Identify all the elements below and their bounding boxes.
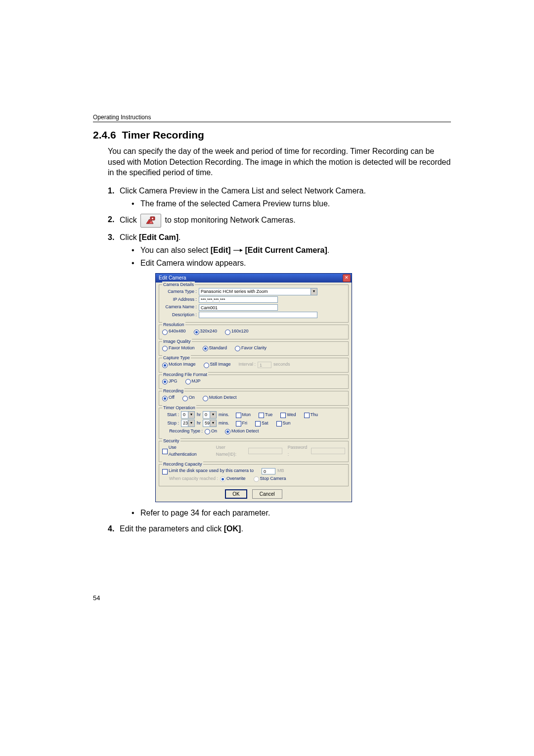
rec-on[interactable]: On bbox=[182, 394, 195, 401]
v: 0 bbox=[205, 412, 207, 419]
interval-input: 1 bbox=[258, 362, 271, 368]
t: [Edit] bbox=[211, 246, 231, 254]
stop-min-select[interactable]: 59▼ bbox=[203, 420, 217, 427]
legend: Recording Capacity bbox=[162, 461, 203, 468]
rec-motion[interactable]: Motion Detect bbox=[203, 394, 237, 401]
t: Refer to page bbox=[140, 509, 190, 517]
stop-hr-select[interactable]: 23▼ bbox=[181, 420, 195, 427]
group-capture-type: Capture Type Motion Image Still Image In… bbox=[159, 358, 349, 373]
res-320[interactable]: 320x240 bbox=[194, 328, 218, 335]
t: MB bbox=[277, 468, 284, 474]
ip-address-input[interactable]: ***.***.***.*** bbox=[199, 296, 278, 303]
limit-checkbox[interactable]: Limit the disk space used by this camera… bbox=[162, 468, 254, 474]
day-tue[interactable]: Tue bbox=[259, 412, 272, 419]
iq-standard[interactable]: Standard bbox=[203, 345, 227, 352]
step-number: 3. bbox=[108, 232, 114, 243]
t: Favor Motion bbox=[169, 345, 195, 352]
limit-input[interactable]: 0 bbox=[262, 468, 275, 474]
day-sat[interactable]: Sat bbox=[255, 420, 268, 427]
t: MJP bbox=[192, 378, 201, 385]
day-wed[interactable]: Wed bbox=[280, 412, 296, 419]
camera-type-select[interactable]: Panasonic HCM series with Zoom▼ bbox=[199, 288, 317, 295]
step-3-post: . bbox=[178, 233, 180, 241]
step-1: 1. Click Camera Preview in the Camera Li… bbox=[108, 185, 451, 210]
group-resolution: Resolution 640x480 320x240 160x120 bbox=[159, 325, 349, 339]
step-2: 2. Click to stop monitoring Network Came… bbox=[108, 214, 451, 228]
step-3-bold: [Edit Cam] bbox=[139, 233, 178, 241]
chevron-down-icon: ▼ bbox=[210, 412, 216, 418]
t: for each parameter. bbox=[199, 509, 270, 517]
page-ref: 34 bbox=[190, 509, 199, 517]
start-min-select[interactable]: 0▼ bbox=[203, 411, 217, 419]
step-2-pre: Click bbox=[120, 216, 137, 224]
rc-overwrite: Overwrite bbox=[220, 475, 246, 482]
chevron-down-icon: ▼ bbox=[188, 420, 194, 426]
lbl: User Name(ID): bbox=[216, 444, 247, 458]
chevron-down-icon: ▼ bbox=[311, 288, 317, 295]
rff-jpg[interactable]: JPG bbox=[162, 378, 178, 385]
day-mon[interactable]: Mon bbox=[236, 412, 251, 419]
day-thu[interactable]: Thu bbox=[304, 412, 318, 419]
arrow-icon bbox=[233, 244, 243, 256]
camera-name-input[interactable]: Cam001 bbox=[199, 304, 278, 311]
t: Wed bbox=[287, 412, 296, 419]
start-hr-select[interactable]: 0▼ bbox=[181, 411, 195, 419]
step-number: 2. bbox=[108, 214, 114, 226]
day-sun[interactable]: Sun bbox=[276, 420, 291, 427]
ok-button[interactable]: OK bbox=[225, 489, 247, 499]
t: mins. bbox=[219, 412, 229, 419]
step-4: 4. Edit the parameters and click [OK]. bbox=[108, 523, 451, 535]
t: Mon bbox=[242, 412, 251, 419]
group-file-format: Recording File Format JPG MJP bbox=[159, 375, 349, 389]
t: On bbox=[189, 394, 195, 401]
rt-motion[interactable]: Motion Detect bbox=[225, 428, 259, 435]
legend: Resolution bbox=[162, 322, 185, 329]
iq-clarity[interactable]: Favor Clarity bbox=[235, 345, 267, 352]
legend: Timer Operation bbox=[162, 405, 196, 412]
ct-motion[interactable]: Motion Image bbox=[162, 361, 196, 368]
close-icon[interactable]: ✕ bbox=[343, 274, 351, 282]
rff-mjp[interactable]: MJP bbox=[185, 378, 201, 385]
cancel-button[interactable]: Cancel bbox=[252, 489, 282, 499]
lbl: Password : bbox=[288, 444, 310, 458]
day-fri[interactable]: Fri bbox=[236, 420, 248, 427]
t: Still Image bbox=[210, 361, 231, 368]
t: Motion Detect bbox=[231, 428, 259, 435]
res-160[interactable]: 160x120 bbox=[225, 328, 249, 335]
running-head: Operating Instructions bbox=[93, 114, 451, 121]
edit-camera-dialog: Edit Camera ✕ Camera Details Camera Type… bbox=[155, 273, 451, 503]
dialog-title: Edit Camera bbox=[159, 274, 186, 282]
lbl: Camera Type : bbox=[162, 288, 197, 295]
t: Sat bbox=[262, 420, 268, 427]
lbl: Recording Type : bbox=[162, 428, 203, 435]
use-auth-checkbox[interactable]: Use Authentication bbox=[162, 444, 205, 458]
step-3: 3. Click [Edit Cam]. You can also select… bbox=[108, 232, 451, 520]
section-title: Timer Recording bbox=[122, 129, 204, 141]
t: Limit the disk space used by this camera… bbox=[169, 468, 254, 474]
v: 23 bbox=[183, 420, 188, 427]
t: Overwrite bbox=[226, 475, 246, 482]
legend: Security bbox=[162, 438, 180, 445]
legend: Camera Details bbox=[162, 282, 195, 288]
t: 320x240 bbox=[200, 328, 218, 335]
t: Edit the parameters and click bbox=[120, 524, 224, 533]
intro-paragraph: You can specify the day of the week and … bbox=[108, 146, 451, 178]
iq-motion[interactable]: Favor Motion bbox=[162, 345, 195, 352]
t: Stop Camera bbox=[260, 475, 286, 482]
res-640[interactable]: 640x480 bbox=[162, 328, 186, 335]
ct-still[interactable]: Still Image bbox=[204, 361, 231, 368]
lbl: When capacity reached : bbox=[169, 475, 218, 482]
rt-on[interactable]: On bbox=[205, 428, 217, 435]
step-3-pre: Click bbox=[120, 233, 139, 241]
legend: Recording File Format bbox=[162, 372, 208, 378]
t: [Edit Current Camera] bbox=[245, 246, 327, 254]
step-1-text: Click Camera Preview in the Camera List … bbox=[120, 187, 366, 195]
section-number: 2.4.6 bbox=[93, 129, 116, 141]
step-number: 1. bbox=[108, 185, 114, 197]
v: Panasonic HCM series with Zoom bbox=[201, 288, 268, 295]
svg-point-1 bbox=[152, 218, 153, 219]
legend: Recording bbox=[162, 388, 184, 395]
rec-off[interactable]: Off bbox=[162, 394, 175, 401]
step-3-sub-2: Edit Camera window appears. bbox=[132, 257, 451, 269]
description-input[interactable] bbox=[199, 312, 317, 318]
